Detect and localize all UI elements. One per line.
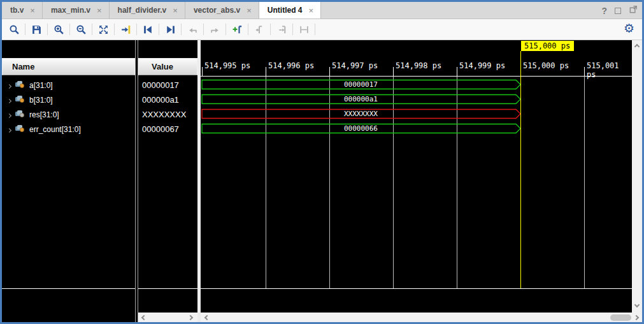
toolbar-separator [92,24,92,35]
waveform-canvas[interactable]: 514,995 ps514,996 ps514,997 ps514,998 ps… [201,40,632,323]
zoom-out-button[interactable] [73,22,89,37]
tab-close-icon[interactable]: × [247,6,252,15]
signal-name-label: res[31:0] [29,110,59,119]
toolbar-separator [315,24,315,35]
save-waveform-button[interactable] [28,22,45,37]
signal-row-res-31-0[interactable]: res[31:0] [2,107,135,122]
previous-marker-button[interactable] [251,22,268,37]
signal-row-err-count-31-0[interactable]: err_count[31:0] [2,122,135,136]
scroll-up-icon[interactable] [634,44,640,49]
bus-value-label: 00000066 [201,124,521,133]
signal-name-label: err_count[31:0] [29,125,81,134]
bus-signal-icon [15,96,25,105]
tab-max-min-v[interactable]: max_min.v× [43,2,110,18]
value-column-header[interactable]: Value [138,58,197,75]
bus-signal-icon [15,125,25,134]
search-icon [9,24,20,35]
toolbar-separator [225,24,226,35]
signal-row-b-31-0[interactable]: b[31:0] [2,92,135,107]
values-horizontal-scrollbar[interactable] [138,313,197,323]
save-waveform-icon [31,24,42,35]
zoom-fit-button[interactable] [95,22,111,37]
settings-gear-icon[interactable]: ⚙ [624,21,634,35]
time-cursor-line[interactable] [520,51,521,288]
go-to-time-cursor-button[interactable] [117,22,134,37]
simulation-waveform-window: ? tb.v×max_min.v×half_divider.v×vector_a… [0,0,644,324]
wave-bottom-line [201,288,632,289]
expand-chevron-icon[interactable] [8,125,11,134]
name-header-label: Name [12,62,34,71]
signal-name-label: a[31:0] [29,81,53,90]
toolbar-separator [136,24,137,35]
time-tick-label: 515,000 ps [523,61,569,70]
tab-vector-abs-v[interactable]: vector_abs.v× [185,2,259,18]
signal-values-panel: Value 00000017000000a1XXXXXXXX00000067 [138,40,197,323]
time-tick [266,67,266,76]
search-button[interactable] [6,22,22,37]
go-to-next-transition-button[interactable] [162,22,178,37]
snap-to-transition-button[interactable] [296,22,312,37]
toolbar-separator [69,24,70,35]
vertical-scrollbar[interactable] [632,40,642,313]
signal-row-a-31-0[interactable]: a[31:0] [2,78,135,92]
time-tick [329,67,330,76]
bus-signal-icon [15,96,25,103]
tab-label: half_divider.v [118,6,167,15]
time-tick-label: 514,995 ps [204,61,250,70]
expand-chevron-icon[interactable] [8,110,11,119]
next-marker-button[interactable] [273,22,290,37]
tab-untitled-4[interactable]: Untitled 4× [259,2,321,18]
tab-close-icon[interactable]: × [97,6,102,15]
zoom-fit-icon [98,24,109,35]
tab-half-divider-v[interactable]: half_divider.v× [110,2,185,18]
toolbar-separator [25,24,25,35]
bus-signal-icon [15,110,25,117]
bus-signal-icon [15,125,25,132]
value-header-label: Value [152,62,173,71]
scroll-right-icon[interactable] [634,315,639,320]
tab-close-icon[interactable]: × [309,6,314,15]
signal-names-panel: Name a[31:0]b[31:0]res[31:0]err_count[31… [2,40,135,323]
expand-chevron-icon[interactable] [8,81,11,90]
bus-signal-icon [15,110,25,119]
zoom-in-button[interactable] [50,22,67,37]
time-tick [457,67,457,76]
waveform-viewer: Name a[31:0]b[31:0]res[31:0]err_count[31… [2,40,642,322]
signal-name-label: b[31:0] [29,96,53,105]
scroll-left-icon[interactable] [204,315,210,320]
add-marker-button[interactable] [229,22,245,37]
signal-value-res-31-0: XXXXXXXX [138,107,197,122]
tab-label: tb.v [10,6,24,15]
toolbar-separator [248,24,248,35]
maximize-icon[interactable] [615,8,621,14]
scroll-left-icon[interactable] [141,315,147,320]
wave-scroll-right-corner[interactable] [632,313,642,323]
swap-cursor-next-button[interactable] [206,22,223,37]
tab-label: Untitled 4 [268,6,303,15]
go-to-previous-transition-icon [143,24,154,35]
bus-signal-icon [15,81,25,90]
panel-divider-line [2,288,135,289]
tab-tb-v[interactable]: tb.v× [2,2,43,18]
swap-cursor-previous-button[interactable] [184,22,201,37]
tab-label: vector_abs.v [194,6,240,15]
time-tick [393,67,394,76]
go-to-previous-transition-button[interactable] [140,22,156,37]
float-window-icon[interactable] [629,4,638,17]
bus-value-label: 00000017 [201,80,521,89]
help-icon[interactable]: ? [601,6,607,16]
go-to-time-cursor-icon [120,24,131,35]
tab-close-icon[interactable]: × [30,6,35,15]
tab-close-icon[interactable]: × [173,6,178,15]
toolbar-separator [159,24,159,35]
scrollbar-thumb[interactable] [610,314,631,321]
time-tick-label: 514,996 ps [268,61,314,70]
cursor-time-label[interactable]: 515,000 ps [521,41,574,51]
time-tick [584,67,585,76]
name-column-header[interactable]: Name [2,58,135,75]
signal-value-b-31-0: 000000a1 [138,92,197,107]
scroll-down-icon[interactable] [634,302,640,307]
wave-horizontal-scrollbar[interactable] [201,313,632,323]
expand-chevron-icon[interactable] [8,96,11,105]
scroll-right-icon[interactable] [188,315,193,320]
